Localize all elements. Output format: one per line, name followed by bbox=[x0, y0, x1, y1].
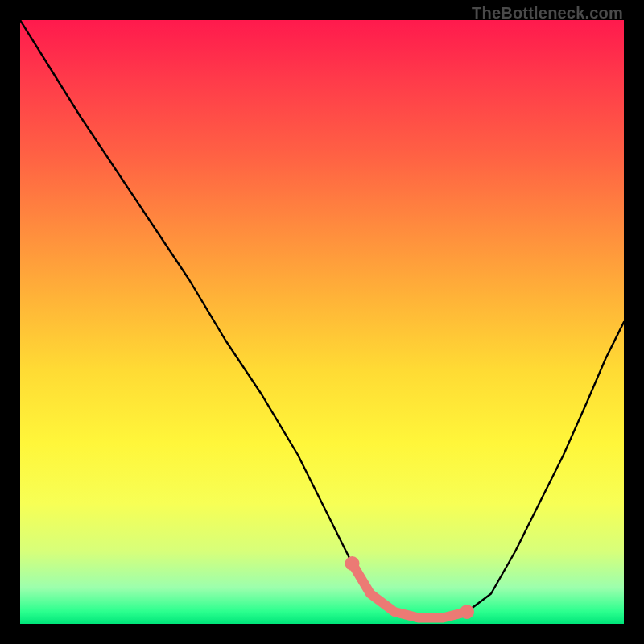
chart-svg bbox=[20, 20, 624, 624]
highlight-segment bbox=[353, 564, 468, 618]
highlight-point-right bbox=[460, 605, 474, 619]
plot-area bbox=[20, 20, 624, 624]
bottleneck-curve bbox=[20, 20, 624, 618]
chart-wrapper: TheBottleneck.com bbox=[0, 0, 644, 644]
highlight-point-left bbox=[345, 556, 360, 571]
